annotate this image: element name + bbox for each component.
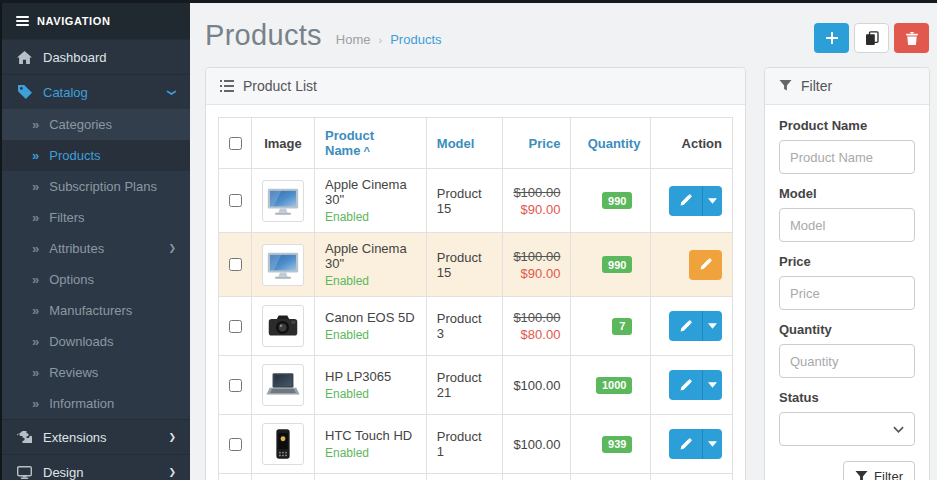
filter-label-status: Status — [779, 390, 915, 405]
navigation-label: NAVIGATION — [37, 15, 110, 27]
table-row: iMac Enabled Product 14 $100.00 977 — [219, 474, 733, 480]
product-thumbnail — [262, 305, 304, 347]
hamburger-icon[interactable] — [16, 16, 29, 26]
filter-title: Filter — [801, 78, 832, 94]
row-checkbox[interactable] — [229, 194, 242, 207]
filter-quantity-input[interactable] — [779, 344, 915, 378]
edit-split-button[interactable] — [669, 186, 722, 216]
product-model: Product 15 — [437, 250, 482, 280]
quantity-badge: 990 — [602, 256, 632, 273]
chevron-right-icon: ❯ — [168, 244, 176, 253]
row-checkbox[interactable] — [229, 258, 242, 271]
action-dropdown-toggle[interactable] — [702, 186, 722, 216]
sidebar-item-design[interactable]: Design❯ — [2, 454, 190, 480]
old-price: $100.00 — [513, 185, 560, 200]
row-checkbox[interactable] — [229, 438, 242, 451]
product-name: HTC Touch HD — [325, 428, 416, 443]
action-dropdown-toggle[interactable] — [702, 429, 722, 459]
product-status: Enabled — [325, 387, 416, 401]
sidebar-item-options[interactable]: » Options — [2, 264, 190, 295]
double-angle-icon: » — [32, 396, 39, 411]
edit-button[interactable] — [689, 250, 722, 280]
filter-status-select[interactable] — [779, 412, 915, 446]
column-header-model[interactable]: Model — [426, 118, 503, 169]
edit-button[interactable] — [669, 370, 702, 400]
sidebar-item-downloads[interactable]: » Downloads — [2, 326, 190, 357]
filter-label-price: Price — [779, 254, 915, 269]
product-list-title: Product List — [243, 78, 317, 94]
quantity-badge: 7 — [612, 318, 632, 335]
table-row: HTC Touch HD Enabled Product 1 $100.00 9… — [219, 415, 733, 474]
sidebar-item-filters[interactable]: » Filters — [2, 202, 190, 233]
main-content: Products Home›Products Product List Imag… — [190, 6, 937, 480]
sidebar-item-catalog[interactable]: Catalog❯ — [2, 74, 190, 109]
table-header-row: ImageProduct Name^ModelPriceQuantityActi… — [219, 118, 733, 169]
edit-button[interactable] — [669, 429, 702, 459]
table-row: HP LP3065 Enabled Product 21 $100.00 100… — [219, 356, 733, 415]
product-thumbnail — [262, 364, 304, 406]
breadcrumb-separator: › — [379, 34, 383, 46]
product-status: Enabled — [325, 446, 416, 460]
filter-model-input[interactable] — [779, 208, 915, 242]
edit-split-button[interactable] — [669, 370, 722, 400]
pencil-icon — [699, 258, 712, 271]
edit-button[interactable] — [669, 186, 702, 216]
action-dropdown-toggle[interactable] — [702, 370, 722, 400]
sidebar-item-label: Categories — [49, 117, 112, 132]
column-header-quantity[interactable]: Quantity — [571, 118, 651, 169]
sidebar-navigation-header: NAVIGATION — [2, 3, 190, 39]
edit-split-button[interactable] — [669, 311, 722, 341]
sidebar-item-information[interactable]: » Information — [2, 388, 190, 419]
caret-down-icon — [708, 441, 717, 447]
breadcrumb-item-products[interactable]: Products — [390, 32, 441, 47]
add-new-button[interactable] — [814, 23, 849, 53]
filter-panel-heading: Filter — [765, 68, 929, 105]
tag-icon — [16, 85, 33, 99]
edit-button[interactable] — [669, 311, 702, 341]
page-title: Products — [205, 18, 322, 53]
filter-button[interactable]: Filter — [843, 461, 915, 480]
edit-split-button[interactable] — [669, 429, 722, 459]
product-list-panel: Product List ImageProduct Name^ModelPric… — [205, 67, 746, 480]
sidebar-item-manufacturers[interactable]: » Manufacturers — [2, 295, 190, 326]
pencil-icon — [679, 194, 692, 207]
table-row: Apple Cinema 30" Enabled Product 15 $100… — [219, 169, 733, 233]
product-name: HP LP3065 — [325, 369, 416, 384]
sidebar-item-attributes[interactable]: » Attributes❯ — [2, 233, 190, 264]
chevron-right-icon: ❯ — [168, 433, 176, 442]
sidebar-item-categories[interactable]: » Categories — [2, 109, 190, 140]
special-price: $90.00 — [513, 202, 560, 217]
action-dropdown-toggle[interactable] — [702, 311, 722, 341]
product-list-panel-heading: Product List — [206, 68, 745, 105]
sidebar-item-products[interactable]: » Products — [2, 140, 190, 171]
sidebar-item-label: Subscription Plans — [49, 179, 157, 194]
product-status: Enabled — [325, 328, 416, 342]
funnel-icon — [855, 471, 868, 480]
select-all-checkbox[interactable] — [229, 137, 242, 150]
price: $100.00 — [513, 378, 560, 393]
product-model: Product 15 — [437, 186, 482, 216]
monitor-icon — [16, 466, 33, 479]
product-model: Product 1 — [437, 429, 482, 459]
copy-button[interactable] — [854, 23, 889, 53]
column-header-product-name[interactable]: Product Name^ — [315, 118, 427, 169]
row-checkbox[interactable] — [229, 379, 242, 392]
filter-product-name-input[interactable] — [779, 140, 915, 174]
filter-label-model: Model — [779, 186, 915, 201]
sidebar-menu: Dashboard Catalog❯ » Categories » Produc… — [2, 39, 190, 480]
quantity-badge: 939 — [602, 436, 632, 453]
sidebar-item-label: Reviews — [49, 365, 98, 380]
sidebar-item-extensions[interactable]: Extensions❯ — [2, 419, 190, 454]
delete-button[interactable] — [894, 23, 929, 53]
sidebar-item-subscription-plans[interactable]: » Subscription Plans — [2, 171, 190, 202]
sidebar-item-reviews[interactable]: » Reviews — [2, 357, 190, 388]
sort-asc-icon: ^ — [363, 145, 369, 157]
column-header-price[interactable]: Price — [503, 118, 571, 169]
old-price: $100.00 — [513, 249, 560, 264]
pencil-icon — [679, 320, 692, 333]
select-caret-icon — [893, 426, 904, 433]
sidebar-item-label: Filters — [49, 210, 84, 225]
row-checkbox[interactable] — [229, 320, 242, 333]
filter-price-input[interactable] — [779, 276, 915, 310]
sidebar-item-dashboard[interactable]: Dashboard — [2, 39, 190, 74]
